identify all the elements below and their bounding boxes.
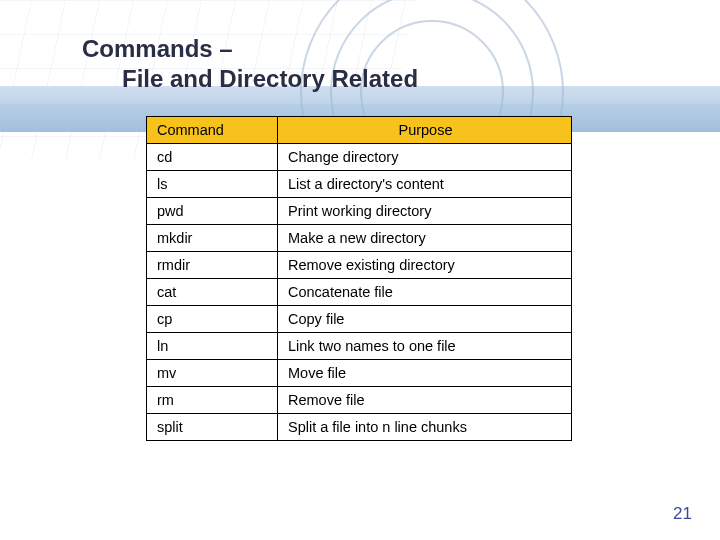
cell-command: mv: [147, 360, 278, 387]
table-header-row: Command Purpose: [147, 117, 572, 144]
cell-command: split: [147, 414, 278, 441]
cell-purpose: Split a file into n line chunks: [278, 414, 572, 441]
commands-table: Command Purpose cdChange directorylsList…: [146, 116, 572, 441]
cell-command: cat: [147, 279, 278, 306]
table-row: splitSplit a file into n line chunks: [147, 414, 572, 441]
table-row: lsList a directory's content: [147, 171, 572, 198]
cell-command: ln: [147, 333, 278, 360]
cell-purpose: List a directory's content: [278, 171, 572, 198]
cell-command: cd: [147, 144, 278, 171]
table-row: catConcatenate file: [147, 279, 572, 306]
table-row: rmRemove file: [147, 387, 572, 414]
cell-purpose: Make a new directory: [278, 225, 572, 252]
cell-purpose: Copy file: [278, 306, 572, 333]
cell-command: ls: [147, 171, 278, 198]
page-number: 21: [673, 504, 692, 524]
table-row: mkdirMake a new directory: [147, 225, 572, 252]
cell-command: mkdir: [147, 225, 278, 252]
page-title: Commands – File and Directory Related: [0, 0, 720, 94]
table-row: pwdPrint working directory: [147, 198, 572, 225]
cell-purpose: Remove file: [278, 387, 572, 414]
cell-command: cp: [147, 306, 278, 333]
cell-purpose: Link two names to one file: [278, 333, 572, 360]
table-row: lnLink two names to one file: [147, 333, 572, 360]
cell-purpose: Print working directory: [278, 198, 572, 225]
cell-purpose: Remove existing directory: [278, 252, 572, 279]
title-line-2: File and Directory Related: [82, 64, 720, 94]
cell-command: rmdir: [147, 252, 278, 279]
cell-purpose: Concatenate file: [278, 279, 572, 306]
table-row: cpCopy file: [147, 306, 572, 333]
cell-purpose: Change directory: [278, 144, 572, 171]
title-line-1: Commands –: [82, 35, 233, 62]
cell-purpose: Move file: [278, 360, 572, 387]
table-row: cdChange directory: [147, 144, 572, 171]
table-row: mvMove file: [147, 360, 572, 387]
header-command: Command: [147, 117, 278, 144]
cell-command: pwd: [147, 198, 278, 225]
cell-command: rm: [147, 387, 278, 414]
header-purpose: Purpose: [278, 117, 572, 144]
table-row: rmdirRemove existing directory: [147, 252, 572, 279]
